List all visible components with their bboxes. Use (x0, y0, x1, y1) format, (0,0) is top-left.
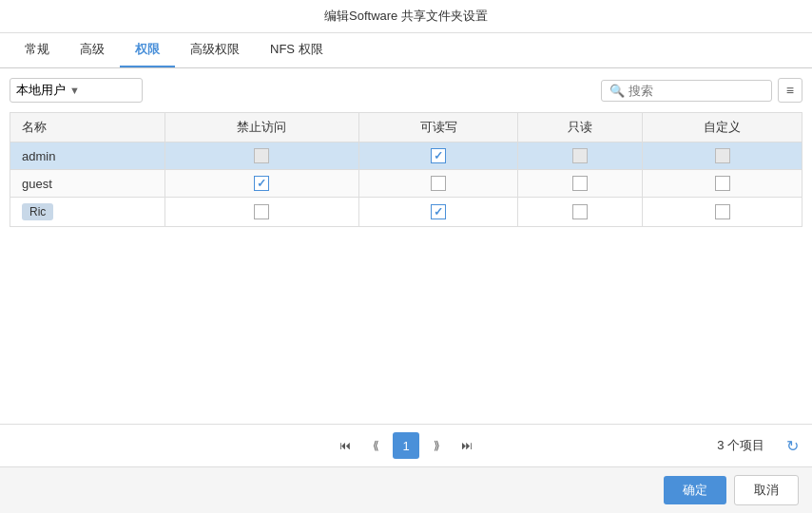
search-icon: 🔍 (609, 84, 625, 98)
prev-page-button[interactable]: ⟪ (362, 432, 389, 459)
cell-custom (643, 170, 802, 198)
cell-ro (518, 198, 643, 227)
table-row: admin (10, 142, 802, 170)
cell-custom (643, 142, 802, 170)
search-input[interactable] (628, 84, 762, 98)
deny-checkbox-2[interactable] (254, 204, 269, 219)
permissions-table: 名称 禁止访问 可读写 只读 自定义 adminguestRic (10, 112, 802, 227)
table-row: guest (10, 170, 802, 198)
footer-bar: 确定 取消 (0, 466, 812, 513)
deny-checkbox-0[interactable] (254, 148, 269, 163)
cell-deny (165, 142, 359, 170)
col-header-name: 名称 (10, 113, 165, 142)
tab-advanced[interactable]: 高级 (65, 33, 120, 67)
cell-deny (165, 170, 359, 198)
cancel-button[interactable]: 取消 (734, 475, 799, 505)
custom-checkbox-1[interactable] (715, 176, 730, 191)
first-page-button[interactable]: ⏮ (332, 432, 358, 459)
dialog-title: 编辑Software 共享文件夹设置 (0, 0, 812, 33)
right-toolbar: 🔍 ≡ (601, 78, 802, 103)
table-header-row: 名称 禁止访问 可读写 只读 自定义 (10, 113, 802, 142)
rw-checkbox-0[interactable] (431, 148, 446, 163)
cell-custom (643, 198, 802, 227)
cell-deny (165, 198, 359, 227)
tab-normal[interactable]: 常规 (10, 33, 65, 67)
dropdown-label: 本地用户 (16, 82, 66, 99)
ro-checkbox-2[interactable] (572, 204, 588, 219)
tab-permissions[interactable]: 权限 (120, 33, 175, 67)
cell-name: Ric (10, 198, 165, 227)
ro-checkbox-0[interactable] (572, 148, 588, 163)
next-page-button[interactable]: ⟫ (423, 432, 450, 459)
page-nav: ⏮ ⟪ 1 ⟫ ⏭ (332, 432, 480, 459)
search-wrapper: 🔍 (601, 80, 772, 102)
filter-button[interactable]: ≡ (778, 78, 802, 103)
tabs-bar: 常规 高级 权限 高级权限 NFS 权限 (0, 33, 812, 68)
custom-checkbox-2[interactable] (715, 204, 730, 219)
last-page-button[interactable]: ⏭ (454, 432, 480, 459)
cell-rw (358, 142, 517, 170)
toolbar: 本地用户 ▼ 🔍 ≡ (10, 78, 802, 103)
user-tag: Ric (22, 203, 53, 220)
cell-name: admin (10, 142, 165, 170)
cell-rw (358, 170, 517, 198)
ro-checkbox-1[interactable] (572, 176, 588, 191)
pagination-bar: ⏮ ⟪ 1 ⟫ ⏭ 3 个项目 ↻ (0, 424, 812, 466)
rw-checkbox-2[interactable] (431, 204, 446, 219)
tab-nfs[interactable]: NFS 权限 (255, 33, 338, 67)
confirm-button[interactable]: 确定 (664, 476, 726, 504)
dropdown-arrow-icon: ▼ (69, 85, 80, 96)
custom-checkbox-0[interactable] (715, 148, 730, 163)
content-area: 本地用户 ▼ 🔍 ≡ 名称 禁止访问 可读写 只读 自定义 adminguest… (0, 68, 812, 424)
total-items: 3 个项目 (717, 437, 764, 454)
rw-checkbox-1[interactable] (431, 176, 446, 191)
table-row: Ric (10, 198, 802, 227)
cell-name: guest (10, 170, 165, 198)
col-header-ro: 只读 (518, 113, 643, 142)
col-header-rw: 可读写 (358, 113, 517, 142)
deny-checkbox-1[interactable] (254, 176, 269, 191)
cell-ro (518, 170, 643, 198)
refresh-button[interactable]: ↻ (786, 437, 799, 455)
col-header-custom: 自定义 (643, 113, 802, 142)
col-header-deny: 禁止访问 (165, 113, 359, 142)
cell-ro (518, 142, 643, 170)
cell-rw (358, 198, 517, 227)
current-page: 1 (393, 432, 419, 459)
tab-advanced-perms[interactable]: 高级权限 (175, 33, 255, 67)
user-type-dropdown[interactable]: 本地用户 ▼ (10, 78, 143, 103)
